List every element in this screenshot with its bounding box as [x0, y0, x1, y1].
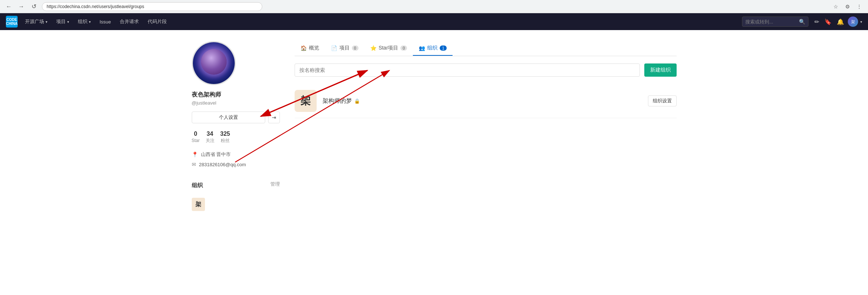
browser-bar: ← → ↺ https://codechina.csdn.net/users/j…	[0, 0, 868, 13]
nav-projects-label: 项目	[56, 18, 66, 25]
page-content: 夜色架构师 @justleavel 个人设置 ⇥ 0 Star 34 关注 32	[0, 30, 868, 295]
chevron-down-icon: ▾	[89, 20, 91, 24]
avatar-char: 架	[851, 19, 855, 25]
user-avatar-container	[192, 41, 236, 85]
search-input[interactable]	[745, 19, 797, 25]
nav-item-snippet[interactable]: 代码片段	[143, 13, 171, 30]
location-row: 📍 山西省 晋中市	[192, 151, 280, 158]
tab-projects-label: 项目	[339, 45, 350, 51]
email-text: 2831826106@qq.com	[199, 162, 246, 167]
stat-followers: 325 粉丝	[220, 131, 230, 144]
following-label: 关注	[206, 138, 215, 143]
file-icon: 📄	[331, 45, 337, 51]
org-item-name: 架构师的梦 🔒	[323, 97, 642, 105]
location-icon: 📍	[192, 152, 198, 157]
navbar: CODECHINA 开源广场 ▾ 项目 ▾ 组织 ▾ Issue 合并请求 代码…	[0, 13, 868, 30]
nav-item-orgs[interactable]: 组织 ▾	[73, 13, 95, 30]
star-label: Star	[192, 138, 200, 143]
tab-star-projects[interactable]: ⭐ Star项目 0	[364, 41, 413, 56]
org-section-title: 组织	[192, 182, 203, 189]
chevron-down-icon: ▾	[67, 20, 69, 24]
avatar-moon	[201, 49, 227, 75]
nav-open-source-label: 开源广场	[25, 18, 44, 25]
tab-orgs[interactable]: 👥 组织 1	[413, 41, 452, 56]
followers-count: 325	[220, 131, 230, 137]
followers-label: 粉丝	[221, 138, 230, 143]
forward-button[interactable]: →	[17, 2, 26, 11]
profile-settings-row: 个人设置 ⇥	[192, 112, 280, 123]
content-area: 🏠 概览 📄 项目 0 ⭐ Star项目 0 👥 组织 1	[295, 41, 677, 283]
nav-item-merge[interactable]: 合并请求	[115, 13, 143, 30]
people-icon: 👥	[419, 45, 425, 51]
following-count: 34	[206, 131, 215, 137]
nav-merge-label: 合并请求	[120, 18, 139, 25]
projects-badge: 0	[352, 45, 359, 51]
org-item: 架 架构师的梦 🔒 组织设置	[295, 84, 677, 118]
nav-snippet-label: 代码片段	[148, 18, 167, 25]
user-avatar	[193, 42, 235, 84]
bookmark-icon[interactable]: 🔖	[823, 17, 833, 27]
tab-projects[interactable]: 📄 项目 0	[325, 41, 364, 56]
tab-overview-label: 概览	[309, 45, 319, 51]
nav-item-issue[interactable]: Issue	[95, 13, 115, 30]
logout-icon: ⇥	[272, 114, 276, 120]
email-row: ✉ 2831826106@qq.com	[192, 161, 280, 167]
nav-right-icons: ✏ 🔖 🔔 架 ▾	[813, 17, 862, 27]
nav-search[interactable]: 🔍	[742, 17, 808, 27]
sidebar-org-avatar[interactable]: 架	[192, 198, 205, 211]
menu-icon[interactable]: ⋮	[855, 2, 864, 11]
nav-item-projects[interactable]: 项目 ▾	[52, 13, 73, 30]
stat-following: 34 关注	[206, 131, 215, 144]
stats-row: 0 Star 34 关注 325 粉丝	[192, 131, 280, 144]
logo-icon: CODECHINA	[6, 16, 18, 28]
org-char: 架	[300, 94, 311, 108]
star-badge: 0	[400, 45, 407, 51]
browser-icons-right: ☆ ⚙ ⋮	[831, 2, 864, 11]
main-layout: 夜色架构师 @justleavel 个人设置 ⇥ 0 Star 34 关注 32	[177, 30, 691, 294]
orgs-badge: 1	[440, 45, 446, 51]
address-bar[interactable]: https://codechina.csdn.net/users/justlea…	[42, 2, 262, 11]
manage-link[interactable]: 管理	[270, 181, 280, 187]
org-search-input[interactable]	[295, 63, 640, 77]
nav-item-open-source[interactable]: 开源广场 ▾	[21, 13, 52, 30]
email-icon: ✉	[192, 161, 196, 167]
address-text: https://codechina.csdn.net/users/justlea…	[47, 4, 144, 9]
settings-icon-button[interactable]: ⇥	[268, 112, 280, 123]
org-item-info: 架构师的梦 🔒	[323, 97, 642, 105]
chevron-down-icon[interactable]: ▾	[860, 20, 862, 24]
star-count: 0	[192, 131, 200, 137]
extensions-icon[interactable]: ⚙	[843, 2, 852, 11]
search-btn-row: 新建组织	[295, 63, 677, 77]
lock-icon: 🔒	[354, 98, 360, 104]
new-org-button[interactable]: 新建组织	[644, 63, 677, 77]
org-item-avatar[interactable]: 架	[295, 90, 317, 112]
org-section-header: 组织 管理	[192, 175, 280, 193]
personal-settings-button[interactable]: 个人设置	[192, 112, 265, 123]
back-button[interactable]: ←	[4, 2, 13, 11]
tab-overview[interactable]: 🏠 概览	[295, 41, 325, 56]
tab-orgs-label: 组织	[427, 45, 437, 51]
logo[interactable]: CODECHINA	[6, 16, 18, 28]
org-name-text: 架构师的梦	[323, 97, 352, 105]
avatar[interactable]: 架	[848, 17, 858, 27]
location-text: 山西省 晋中市	[201, 151, 231, 158]
tabs-row: 🏠 概览 📄 项目 0 ⭐ Star项目 0 👥 组织 1	[295, 41, 677, 56]
org-item-actions: 组织设置	[648, 95, 677, 106]
org-settings-button[interactable]: 组织设置	[648, 95, 677, 106]
user-name: 夜色架构师	[192, 91, 280, 99]
sidebar: 夜色架构师 @justleavel 个人设置 ⇥ 0 Star 34 关注 32	[192, 41, 280, 283]
home-icon: 🏠	[300, 45, 307, 51]
notification-icon[interactable]: 🔔	[835, 17, 846, 27]
star-icon: ⭐	[370, 45, 377, 51]
chevron-down-icon: ▾	[46, 20, 47, 24]
search-icon: 🔍	[799, 19, 805, 25]
nav-issue-label: Issue	[100, 19, 111, 25]
edit-icon[interactable]: ✏	[813, 17, 821, 27]
nav-orgs-label: 组织	[78, 18, 87, 25]
bookmark-icon[interactable]: ☆	[831, 2, 840, 11]
tab-star-label: Star项目	[379, 45, 399, 51]
reload-button[interactable]: ↺	[29, 2, 38, 11]
user-handle: @justleavel	[192, 100, 280, 106]
stat-star: 0 Star	[192, 131, 200, 144]
